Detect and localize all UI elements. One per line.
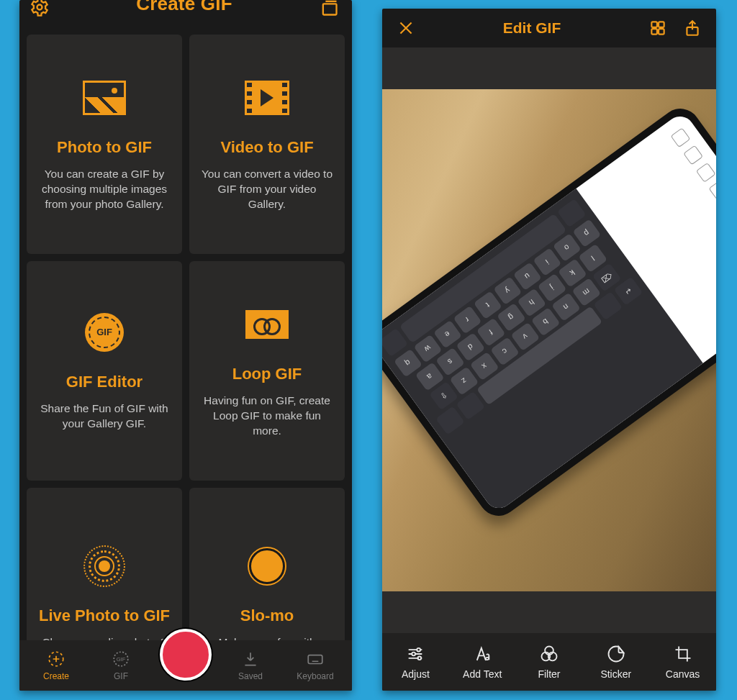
card-loop-gif[interactable]: Loop GIF Having fun on GIF, create Loop … [189,261,345,481]
card-title: GIF Editor [66,373,143,391]
svg-rect-7 [659,22,664,27]
tool-add-text[interactable]: Add Text [449,644,516,680]
top-strip [382,47,716,89]
share-icon[interactable] [683,19,702,37]
svg-text:GIF: GIF [117,656,126,663]
svg-rect-6 [651,22,657,27]
page-title: Edit GIF [503,19,561,37]
tool-label: Filter [538,668,560,680]
sliders-icon [405,644,425,664]
tab-create[interactable]: Create [24,650,89,681]
tool-sticker[interactable]: Sticker [582,644,649,680]
photo-icon [83,76,126,119]
create-gif-screen: Create GIF Photo to GIF You can create a… [19,0,352,691]
bottom-strip [382,591,716,633]
tool-label: Add Text [463,668,502,680]
tab-label: Saved [238,671,263,681]
tab-label: GIF [114,671,128,681]
record-button[interactable] [160,629,212,681]
card-desc: You can create a GIF by choosing multipl… [37,167,172,212]
edit-gif-screen: Edit GIF qwertyuiop asdfghjkl ⇧zxcvbnm⌫ … [382,9,716,691]
card-title: Live Photo to GIF [39,606,170,625]
card-photo-to-gif[interactable]: Photo to GIF You can create a GIF by cho… [27,35,182,254]
svg-point-0 [37,5,42,10]
filter-icon [539,644,559,664]
card-desc: Having fun on GIF, create Loop GIF to ma… [199,394,335,439]
gif-preview[interactable]: qwertyuiop asdfghjkl ⇧zxcvbnm⌫ ↵ [382,89,716,591]
svg-rect-9 [659,29,664,35]
slomo-icon [249,545,285,588]
download-icon [241,650,260,668]
gif-badge-icon: GIF [85,311,124,354]
card-desc: Share the Fun of GIF with your Gallery G… [37,401,172,432]
svg-point-13 [418,657,422,660]
tool-filter[interactable]: Filter [516,644,583,680]
gif-icon: GIF [112,650,130,668]
card-title: Loop GIF [232,365,302,383]
card-video-to-gif[interactable]: Video to GIF You can convert a video to … [189,35,345,254]
card-title: Video to GIF [220,138,313,157]
keyboard-icon [306,650,325,668]
tab-saved[interactable]: Saved [218,650,283,681]
card-title: Photo to GIF [57,138,152,157]
infinity-icon [245,303,289,346]
tool-adjust[interactable]: Adjust [382,644,449,680]
tab-keyboard[interactable]: Keyboard [283,650,348,681]
page-title: Create GIF [136,0,232,15]
tool-label: Canvas [666,668,700,680]
edit-header: Edit GIF [382,9,716,47]
close-icon[interactable] [397,19,415,37]
svg-point-12 [412,653,416,656]
crop-icon [673,644,693,664]
card-title: Slo-mo [240,606,294,625]
create-header: Create GIF [19,0,352,27]
live-photo-icon [83,545,125,588]
gif-badge-text: GIF [96,327,112,337]
svg-rect-1 [323,4,337,14]
grid-icon[interactable] [648,19,667,37]
tab-label: Create [43,671,69,681]
card-desc: You can convert a video to GIF from your… [199,167,335,212]
stacks-icon[interactable] [319,0,339,17]
card-gif-editor[interactable]: GIF GIF Editor Share the Fun of GIF with… [27,261,182,481]
tool-canvas[interactable]: Canvas [649,644,716,680]
settings-icon[interactable] [30,0,50,17]
options-grid: Photo to GIF You can create a GIF by cho… [19,27,352,691]
tab-label: Keyboard [297,671,333,681]
plus-circle-icon [47,650,65,668]
svg-point-11 [417,648,421,652]
svg-rect-8 [651,29,657,35]
text-icon [472,644,492,664]
film-icon [245,76,289,119]
tool-label: Sticker [600,668,631,680]
preview-content-phone: qwertyuiop asdfghjkl ⇧zxcvbnm⌫ ↵ [382,101,716,524]
sticker-icon [606,644,626,664]
tab-gif[interactable]: GIF GIF [89,650,153,681]
edit-toolbar: Adjust Add Text Filter Sticker Canvas [382,633,716,691]
tool-label: Adjust [402,668,430,680]
svg-rect-5 [308,655,322,664]
